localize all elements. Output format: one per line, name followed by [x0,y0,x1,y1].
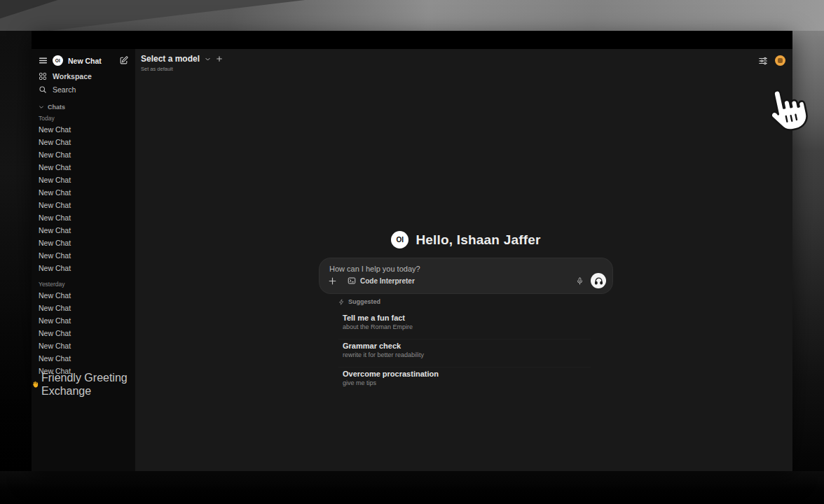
sidebar: OI New Chat Workspace Searc [32,49,135,471]
microphone-icon[interactable] [576,276,584,286]
suggested-prompt[interactable]: Grammar check rewrite it for better read… [338,339,591,360]
chat-list-item[interactable]: New Chat [32,302,135,314]
desktop-wallpaper [0,471,824,504]
message-composer[interactable]: How can I help you today? Code Interpret… [319,258,613,294]
attach-plus-icon[interactable] [328,276,337,286]
suggested-prompt-subtitle: give me tips [343,379,591,386]
main-area: Select a model Set as default [135,49,792,471]
app-window: OI New Chat Workspace Searc [32,31,792,471]
chat-list-item[interactable]: New Chat [32,262,135,274]
chats-section-header[interactable]: Chats [32,102,135,112]
desktop-wallpaper [792,0,824,504]
chat-list-item[interactable]: New Chat [32,174,135,186]
code-interpreter-toggle[interactable]: Code Interpreter [348,276,415,285]
app-logo: OI [53,55,63,66]
sidebar-title: New Chat [68,57,114,65]
sidebar-item-workspace[interactable]: Workspace [32,69,135,83]
chat-list-item-friendly-greeting[interactable]: Friendly Greeting Exchange [32,377,135,391]
chat-list-item[interactable]: New Chat [32,148,135,161]
chat-list-item[interactable]: New Chat [32,249,135,262]
greeting-text: Hello, Ishaan Jaffer [416,232,540,248]
suggested-header: Suggested [338,298,591,305]
controls-sliders-icon[interactable] [758,56,768,66]
chat-list-item[interactable]: New Chat [32,289,135,302]
search-icon [39,85,47,94]
sidebar-item-search[interactable]: Search [32,83,135,96]
suggested-prompt-title: Grammar check [343,342,591,350]
screen: OI New Chat Workspace Searc [0,0,824,504]
chat-list-yesterday: New ChatNew ChatNew ChatNew ChatNew Chat… [32,289,135,377]
chat-list-item[interactable]: New Chat [32,352,135,365]
suggested-prompts: Suggested Tell me a fun fact about the R… [338,298,591,388]
suggested-prompt-title: Overcome procrastination [343,370,591,378]
new-chat-icon[interactable] [119,56,128,65]
model-selector-label: Select a model [141,54,200,64]
chat-list-item[interactable]: New Chat [32,199,135,211]
chat-list-item[interactable]: New Chat [32,161,135,174]
desktop-wallpaper [0,0,824,31]
code-interpreter-label: Code Interpreter [360,277,415,285]
suggested-list: Tell me a fun fact about the Roman Empir… [338,312,591,388]
main-header: Select a model Set as default [135,49,792,81]
chevron-down-icon [39,104,44,110]
suggested-label: Suggested [348,298,380,305]
sidebar-toggle-icon[interactable] [39,56,48,65]
voice-call-button[interactable] [591,273,606,288]
waving-hand-icon [32,381,39,388]
sidebar-header: OI New Chat [32,52,135,69]
search-label: Search [53,85,76,94]
suggested-prompt-subtitle: rewrite it for better readability [343,351,591,358]
chat-list-item[interactable]: New Chat [32,211,135,224]
chevron-down-icon [205,56,211,62]
chat-list-item[interactable]: New Chat [32,237,135,249]
suggested-prompt[interactable]: Overcome procrastination give me tips [338,367,591,388]
user-avatar[interactable] [775,55,785,66]
chat-list-today: New ChatNew ChatNew ChatNew ChatNew Chat… [32,123,135,274]
add-model-icon[interactable] [216,55,223,62]
set-as-default[interactable]: Set as default [141,66,223,72]
chat-list-item[interactable]: New Chat [32,327,135,340]
chat-list-item[interactable]: New Chat [32,224,135,237]
chat-title: Friendly Greeting Exchange [41,371,135,398]
message-input[interactable]: How can I help you today? [329,265,420,273]
suggested-prompt-title: Tell me a fun fact [343,314,591,322]
terminal-icon [348,276,356,285]
desktop-wallpaper [0,31,32,504]
chat-list-item[interactable]: New Chat [32,186,135,199]
chat-list-item[interactable]: New Chat [32,136,135,148]
bolt-icon [338,299,345,305]
app-logo: OI [391,231,408,248]
headphones-icon [594,276,603,286]
chat-list-item[interactable]: New Chat [32,340,135,352]
date-group-today: Today [32,113,135,123]
greeting: OI Hello, Ishaan Jaffer [319,231,613,248]
chats-label: Chats [48,104,65,111]
chat-list-item[interactable]: New Chat [32,314,135,327]
suggested-prompt-subtitle: about the Roman Empire [343,323,591,330]
model-selector[interactable]: Select a model [141,54,223,64]
chat-list-item[interactable]: New Chat [32,123,135,136]
suggested-prompt[interactable]: Tell me a fun fact about the Roman Empir… [338,312,591,332]
grid-icon [39,72,47,80]
workspace-label: Workspace [53,72,92,80]
date-group-yesterday: Yesterday [32,279,135,289]
